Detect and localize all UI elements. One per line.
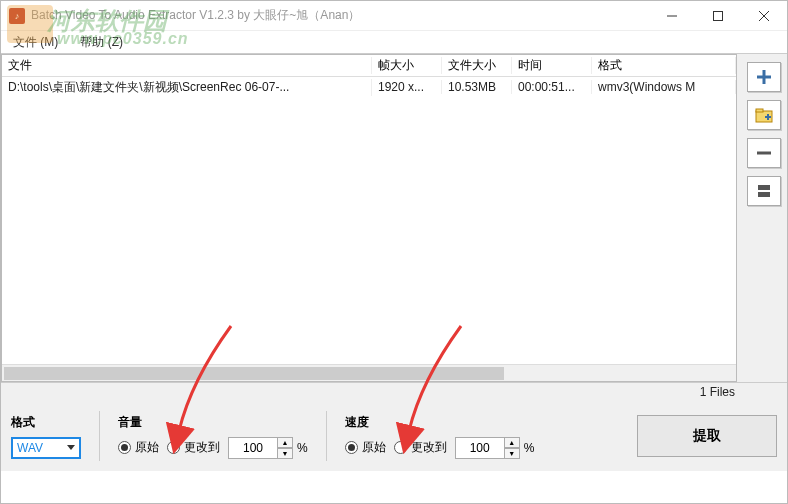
speed-original-radio[interactable]: 原始 [345, 439, 386, 456]
plus-icon [755, 68, 773, 86]
app-icon: ♪ [9, 8, 25, 24]
speed-value-input[interactable]: 100 [455, 437, 505, 459]
menubar: 文件 (M) 帮助 (Z) [1, 31, 787, 53]
scrollbar-thumb[interactable] [4, 367, 504, 380]
folder-plus-icon [755, 107, 773, 123]
percent-sign: % [297, 441, 308, 455]
table-row[interactable]: D:\tools\桌面\新建文件夹\新视频\ScreenRec 06-07-..… [2, 77, 736, 97]
radio-label: 原始 [135, 439, 159, 456]
side-toolbar [741, 54, 787, 382]
window-title: Batch Video To Audio Extractor V1.2.3 by… [31, 7, 360, 24]
radio-label: 原始 [362, 439, 386, 456]
menu-file[interactable]: 文件 (M) [7, 32, 64, 53]
files-count-label: 1 Files [1, 383, 787, 401]
maximize-button[interactable] [695, 1, 741, 31]
speed-label: 速度 [345, 414, 535, 431]
table-header: 文件 帧大小 文件大小 时间 格式 [2, 55, 736, 77]
extract-button[interactable]: 提取 [637, 415, 777, 457]
close-button[interactable] [741, 1, 787, 31]
speed-change-radio[interactable]: 更改到 [394, 439, 447, 456]
cell-file: D:\tools\桌面\新建文件夹\新视频\ScreenRec 06-07-..… [2, 79, 372, 96]
chevron-down-icon [67, 445, 75, 450]
file-list: 文件 帧大小 文件大小 时间 格式 D:\tools\桌面\新建文件夹\新视频\… [1, 54, 737, 382]
bottom-panel: 格式 WAV 音量 原始 更改到 100 ▲▼ % 速度 [1, 401, 787, 471]
volume-group: 音量 原始 更改到 100 ▲▼ % [118, 414, 308, 459]
volume-value-input[interactable]: 100 [228, 437, 278, 459]
add-folder-button[interactable] [747, 100, 781, 130]
menu-help[interactable]: 帮助 (Z) [74, 32, 129, 53]
cell-frame: 1920 x... [372, 80, 442, 94]
table-body[interactable]: D:\tools\桌面\新建文件夹\新视频\ScreenRec 06-07-..… [2, 77, 736, 364]
volume-label: 音量 [118, 414, 308, 431]
percent-sign: % [524, 441, 535, 455]
extract-label: 提取 [693, 427, 721, 445]
volume-original-radio[interactable]: 原始 [118, 439, 159, 456]
col-frame[interactable]: 帧大小 [372, 57, 442, 74]
radio-label: 更改到 [411, 439, 447, 456]
minus-icon [755, 144, 773, 162]
divider [326, 411, 327, 461]
cell-time: 00:00:51... [512, 80, 592, 94]
main-area: 文件 帧大小 文件大小 时间 格式 D:\tools\桌面\新建文件夹\新视频\… [1, 53, 787, 383]
cell-size: 10.53MB [442, 80, 512, 94]
horizontal-scrollbar[interactable] [2, 364, 736, 381]
remove-button[interactable] [747, 138, 781, 168]
cell-format: wmv3(Windows M [592, 80, 736, 94]
radio-icon [167, 441, 180, 454]
format-group: 格式 WAV [11, 414, 81, 459]
col-time[interactable]: 时间 [512, 57, 592, 74]
titlebar: ♪ Batch Video To Audio Extractor V1.2.3 … [1, 1, 787, 31]
format-select[interactable]: WAV [11, 437, 81, 459]
volume-change-radio[interactable]: 更改到 [167, 439, 220, 456]
divider [99, 411, 100, 461]
radio-icon [394, 441, 407, 454]
col-format[interactable]: 格式 [592, 57, 736, 74]
radio-label: 更改到 [184, 439, 220, 456]
col-size[interactable]: 文件大小 [442, 57, 512, 74]
radio-icon [345, 441, 358, 454]
volume-spinner[interactable]: ▲▼ [277, 437, 293, 459]
speed-spinner[interactable]: ▲▼ [504, 437, 520, 459]
col-file[interactable]: 文件 [2, 57, 372, 74]
speed-group: 速度 原始 更改到 100 ▲▼ % [345, 414, 535, 459]
clear-icon [755, 182, 773, 200]
minimize-button[interactable] [649, 1, 695, 31]
radio-icon [118, 441, 131, 454]
svg-rect-1 [714, 11, 723, 20]
format-value: WAV [17, 441, 43, 455]
clear-button[interactable] [747, 176, 781, 206]
add-file-button[interactable] [747, 62, 781, 92]
format-label: 格式 [11, 414, 81, 431]
svg-rect-7 [756, 109, 763, 112]
